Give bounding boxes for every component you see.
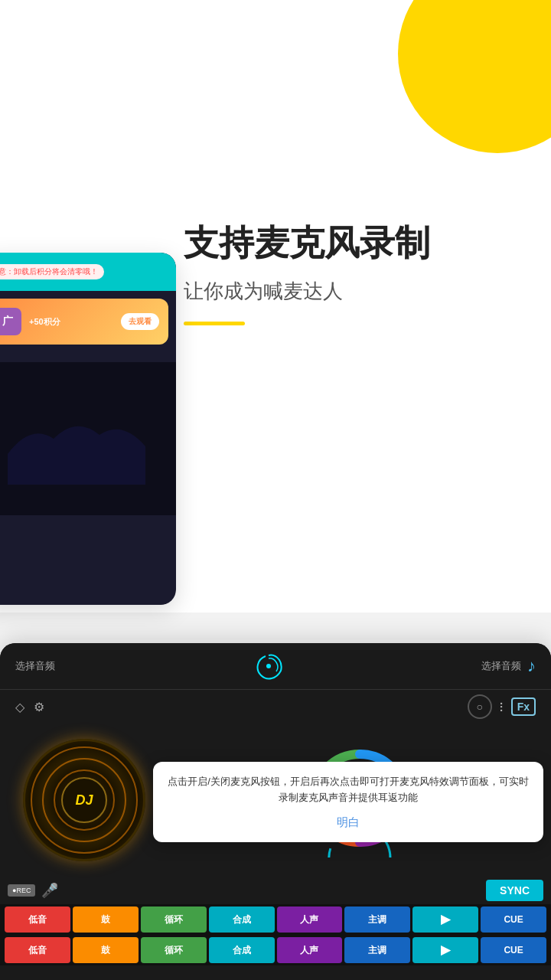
ad-points: +50积分 [29, 316, 113, 328]
select-audio-left[interactable]: 选择音频 [15, 659, 55, 673]
loop-btn-2[interactable]: 循环 [141, 937, 207, 963]
key-btn-1[interactable]: 主调 [344, 906, 410, 933]
dj-header: 选择音频 选择音频 ♪ [0, 643, 551, 690]
silhouette-graphic [8, 393, 145, 485]
dj-main-area: DJ 点击开启/关闭麦克风按钮，开启后再次点 [0, 724, 551, 877]
ad-icon: 广 [0, 308, 21, 335]
yellow-divider [184, 322, 245, 325]
vocal-btn-1[interactable]: 人声 [277, 906, 343, 933]
drum-btn-2[interactable]: 鼓 [73, 937, 139, 963]
main-subtitle: 让你成为喊麦达人 [184, 278, 528, 305]
cyan-bar: 注意：卸载后积分将会清零哦！ [0, 253, 176, 291]
button-row-2: 低音 鼓 循环 合成 人声 主调 ▶ CUE [0, 935, 551, 965]
settings-icon[interactable]: ⚙ [34, 700, 44, 714]
bass-btn-1[interactable]: 低音 [5, 906, 70, 933]
top-tablet-mockup: 注意：卸载后积分将会清零哦！ 广 +50积分 去观看 ||| [0, 253, 176, 605]
button-row-1: 低音 鼓 循环 合成 人声 主调 ▶ CUE [0, 904, 551, 935]
vocal-btn-2[interactable]: 人声 [277, 937, 343, 963]
tooltip-confirm-button[interactable]: 明白 [165, 815, 531, 830]
play-btn-1[interactable]: ▶ [412, 906, 478, 933]
dark-content-area [0, 362, 176, 515]
ad-card: 广 +50积分 去观看 [0, 299, 168, 345]
cue-btn-1[interactable]: CUE [481, 906, 546, 933]
mic-icon[interactable]: 🎤 [41, 882, 58, 899]
bottom-tablet-mockup: 选择音频 选择音频 ♪ ◇ ⚙ ○ ⫶ Fx [0, 643, 551, 980]
main-title: 支持麦克风录制 [184, 222, 528, 264]
synth-btn-2[interactable]: 合成 [209, 937, 275, 963]
effects-button-rows: 低音 鼓 循环 合成 人声 主调 ▶ CUE 低音 鼓 循环 合成 人声 主调 … [0, 904, 551, 965]
dj-logo [253, 651, 284, 681]
header-icons: 选择音频 ♪ [481, 656, 536, 676]
main-text-section: 支持麦克风录制 让你成为喊麦达人 [184, 222, 528, 325]
cue-btn-2[interactable]: CUE [481, 937, 546, 963]
decorative-blob [398, 0, 551, 153]
mic-tooltip: 点击开启/关闭麦克风按钮，开启后再次点击即可打开麦克风特效调节面板，可实时录制麦… [153, 762, 543, 842]
left-vinyl-deck: DJ [0, 724, 168, 877]
warning-text: 注意：卸载后积分将会清零哦！ [0, 264, 104, 279]
tooltip-text: 点击开启/关闭麦克风按钮，开启后再次点击即可打开麦克风特效调节面板，可实时录制麦… [165, 774, 531, 806]
drum-btn-1[interactable]: 鼓 [73, 906, 139, 933]
vinyl-ring-inner [54, 769, 115, 831]
key-btn-2[interactable]: 主调 [344, 937, 410, 963]
svg-point-2 [266, 664, 271, 668]
rec-button[interactable]: ●REC [8, 884, 35, 897]
bass-btn-2[interactable]: 低音 [5, 937, 70, 963]
play-btn-2[interactable]: ▶ [412, 937, 478, 963]
diamond-icon[interactable]: ◇ [15, 700, 24, 714]
select-audio-right[interactable]: 选择音频 [481, 659, 521, 673]
loop-btn-1[interactable]: 循环 [141, 906, 207, 933]
circle-icon[interactable]: ○ [468, 694, 492, 719]
music-note-icon[interactable]: ♪ [527, 656, 536, 676]
eq-icon[interactable]: ⫶ [498, 699, 505, 715]
sync-button[interactable]: SYNC [486, 880, 543, 901]
ad-watch-button[interactable]: 去观看 [121, 313, 159, 330]
synth-btn-1[interactable]: 合成 [209, 906, 275, 933]
vinyl-disc[interactable]: DJ [23, 739, 145, 861]
fx-button[interactable]: Fx [511, 697, 536, 716]
